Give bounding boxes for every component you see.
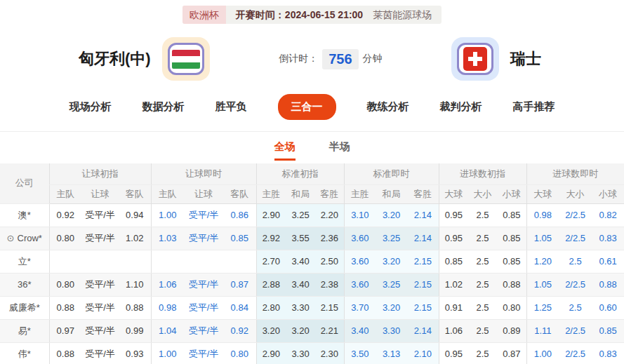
column-header: 主胜: [256, 184, 286, 203]
period-subtabs: 全场 半场: [0, 132, 624, 161]
column-header: 主队: [49, 184, 81, 203]
odds-table: 公司 让球初指 让球即时 标准初指 标准即时 进球数初指 进球数即时 主队 让球…: [0, 163, 624, 364]
odds-cell: 3.10: [344, 203, 376, 227]
column-group-goals-live: 进球数即时: [526, 163, 624, 184]
odds-cell: 1.02: [439, 273, 468, 296]
odds-cell: 1.00: [526, 342, 559, 364]
column-header: 小球: [497, 184, 526, 203]
column-header: 客胜: [315, 184, 344, 203]
odds-cell: 2/2.5: [559, 203, 592, 227]
company-cell[interactable]: 36*: [0, 273, 49, 296]
odds-cell: 2.90: [256, 203, 286, 227]
company-name: 易*: [18, 325, 31, 336]
odds-cell: 0.83: [592, 342, 624, 364]
odds-row: 威廉希*0.88受平/半0.880.98受平/半0.842.803.302.15…: [0, 296, 624, 319]
odds-cell: 3.55: [286, 227, 315, 250]
tab-data-analysis[interactable]: 数据分析: [142, 100, 185, 114]
odds-cell: 3.25: [286, 203, 315, 227]
tab-win-draw-lose[interactable]: 胜平负: [215, 100, 247, 114]
odds-cell: 2.50: [315, 250, 344, 273]
odds-cell: 0.99: [119, 319, 151, 342]
target-icon: ⊙: [7, 233, 15, 243]
odds-cell: 1.00: [151, 203, 184, 227]
column-header: 和局: [376, 184, 407, 203]
tab-referee-analysis[interactable]: 裁判分析: [440, 100, 482, 114]
odds-cell: 0.87: [497, 342, 526, 364]
odds-cell: 0.80: [497, 296, 526, 319]
odds-cell: 3.20: [256, 319, 286, 342]
odds-cell: 0.88: [497, 273, 526, 296]
odds-cell: 2/2.5: [559, 342, 592, 364]
odds-cell: 0.84: [223, 296, 256, 319]
subtab-full-match[interactable]: 全场: [274, 140, 296, 161]
odds-cell: 1.11: [526, 319, 559, 342]
company-name: 澳*: [18, 210, 31, 220]
company-cell[interactable]: 易*: [0, 319, 49, 342]
company-name: 36*: [18, 279, 32, 290]
odds-cell: 1.03: [151, 227, 184, 250]
venue-name: 莱茵能源球场: [371, 6, 442, 24]
column-header: 客队: [119, 184, 151, 203]
company-cell[interactable]: ⊙Crow*: [0, 227, 49, 250]
odds-cell: 2.5: [468, 273, 497, 296]
odds-cell: 3.60: [344, 227, 376, 250]
odds-cell: 2.15: [407, 250, 439, 273]
odds-cell: 0.88: [49, 296, 81, 319]
odds-cell: 0.88: [119, 296, 151, 319]
column-header: 大小: [468, 184, 497, 203]
hungary-flag-icon: [172, 50, 200, 69]
odds-row: 立*2.703.402.503.603.202.150.852.50.851.2…: [0, 250, 624, 273]
odds-cell: 2/2.5: [559, 227, 592, 250]
odds-cell: 1.02: [119, 227, 151, 250]
tab-three-in-one[interactable]: 三合一: [278, 94, 336, 120]
odds-cell: 受平/半: [184, 227, 223, 250]
odds-cell: 0.80: [49, 273, 81, 296]
odds-cell: 2/2.5: [559, 319, 592, 342]
subtab-half-match[interactable]: 半场: [329, 140, 350, 161]
odds-cell: 0.80: [49, 227, 81, 250]
league-badge: 欧洲杯: [182, 6, 226, 24]
odds-cell: 受平/半: [184, 296, 223, 319]
odds-cell: 3.60: [344, 250, 376, 273]
odds-cell: 受平/半: [184, 319, 223, 342]
column-group-1x2-live: 标准即时: [344, 163, 439, 184]
odds-cell: 0.60: [592, 296, 624, 319]
column-header: 客胜: [407, 184, 439, 203]
away-flag-box: [457, 43, 493, 75]
tab-scene-analysis[interactable]: 现场分析: [69, 100, 112, 114]
odds-cell: 0.92: [223, 319, 256, 342]
company-cell[interactable]: 威廉希*: [0, 296, 49, 319]
odds-cell: 1.06: [151, 273, 184, 296]
odds-cell: 0.85: [223, 227, 256, 250]
odds-cell: 2.5: [468, 342, 497, 364]
odds-cell: 2.14: [407, 319, 439, 342]
odds-cell: 0.98: [526, 203, 559, 227]
odds-cell: 2.30: [315, 342, 344, 364]
odds-cell: 1.25: [526, 296, 559, 319]
tab-expert-picks[interactable]: 高手推荐: [513, 100, 555, 114]
odds-cell: 0.88: [49, 342, 81, 364]
odds-cell: 2.5: [468, 296, 497, 319]
odds-cell: 0.85: [497, 227, 526, 250]
home-flag-box: [168, 43, 204, 75]
company-cell[interactable]: 澳*: [0, 203, 49, 227]
odds-cell: 3.40: [286, 250, 315, 273]
odds-cell: 1.10: [119, 273, 151, 296]
odds-cell: 2.20: [315, 203, 344, 227]
company-cell[interactable]: 立*: [0, 250, 49, 273]
odds-cell: 3.40: [286, 273, 315, 296]
odds-cell: [223, 250, 256, 273]
odds-cell: 0.80: [223, 342, 256, 364]
odds-cell: 0.89: [497, 319, 526, 342]
home-team-name: 匈牙利(中): [79, 48, 151, 69]
odds-row: 伟*0.88受平/半0.931.00受平/半0.802.903.302.303.…: [0, 342, 624, 364]
odds-cell: 受平/半: [81, 227, 119, 250]
company-cell[interactable]: 伟*: [0, 342, 49, 364]
odds-cell: 0.98: [151, 296, 184, 319]
odds-cell: 受平/半: [184, 203, 223, 227]
switzerland-flag-icon: [463, 47, 487, 71]
tab-coach-analysis[interactable]: 教练分析: [367, 100, 409, 114]
column-group-1x2-initial: 标准初指: [256, 163, 344, 184]
home-team: 匈牙利(中): [79, 37, 210, 81]
odds-cell: 3.25: [376, 227, 407, 250]
